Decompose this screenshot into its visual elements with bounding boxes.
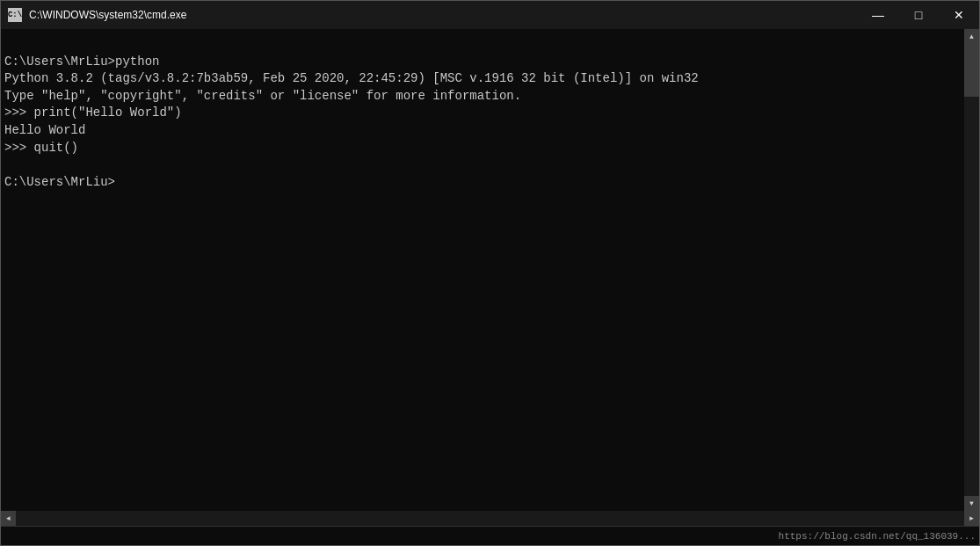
- close-button[interactable]: ✕: [939, 1, 979, 29]
- scroll-thumb[interactable]: [964, 44, 979, 97]
- scroll-right-button[interactable]: ►: [964, 511, 979, 526]
- scroll-down-button[interactable]: ▼: [964, 496, 979, 511]
- scroll-up-button[interactable]: ▲: [964, 29, 979, 44]
- scroll-track[interactable]: [964, 44, 979, 496]
- scroll-horizontal-track[interactable]: [16, 511, 964, 526]
- scroll-left-button[interactable]: ◄: [1, 511, 16, 526]
- titlebar-icon: C:\: [8, 8, 22, 22]
- horizontal-scrollbar[interactable]: ◄ ►: [1, 511, 979, 526]
- titlebar-controls: — □ ✕: [858, 1, 979, 29]
- titlebar: C:\ C:\WINDOWS\system32\cmd.exe — □ ✕: [1, 1, 979, 29]
- titlebar-title: C:\WINDOWS\system32\cmd.exe: [29, 9, 972, 21]
- vertical-scrollbar[interactable]: ▲ ▼: [964, 29, 979, 511]
- statusbar: https://blog.csdn.net/qq_136039...: [1, 526, 979, 545]
- cmd-window: C:\ C:\WINDOWS\system32\cmd.exe — □ ✕ C:…: [0, 0, 980, 546]
- statusbar-url: https://blog.csdn.net/qq_136039...: [779, 531, 976, 542]
- console-body[interactable]: C:\Users\MrLiu>python Python 3.8.2 (tags…: [1, 29, 979, 511]
- console-output: C:\Users\MrLiu>python Python 3.8.2 (tags…: [4, 36, 976, 191]
- minimize-button[interactable]: —: [858, 1, 898, 29]
- maximize-button[interactable]: □: [898, 1, 939, 29]
